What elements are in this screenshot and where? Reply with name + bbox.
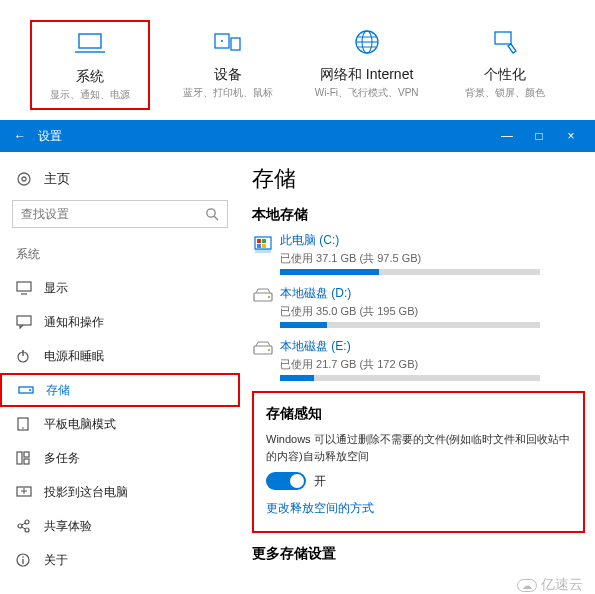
nav-label: 共享体验 — [38, 518, 92, 535]
svg-rect-41 — [262, 244, 266, 248]
sidebar-section-label: 系统 — [0, 242, 240, 267]
svg-point-21 — [29, 389, 31, 391]
search-input[interactable] — [12, 200, 228, 228]
drive-name: 此电脑 (C:) — [280, 232, 585, 249]
sidebar-item-storage[interactable]: 存储 — [0, 373, 240, 407]
window-titlebar: ← 设置 — □ × — [0, 120, 595, 152]
svg-point-45 — [268, 349, 270, 351]
sidebar-home[interactable]: 主页 — [0, 166, 240, 192]
drive-icon — [252, 232, 280, 275]
search-icon — [205, 207, 219, 221]
toggle-label: 开 — [314, 473, 326, 490]
sidebar: 主页 系统 显示 通知和操作 电源和睡眠 存储 平板电脑模式 — [0, 152, 240, 594]
devices-icon — [212, 26, 244, 58]
close-button[interactable]: × — [555, 129, 587, 143]
sidebar-item-notifications[interactable]: 通知和操作 — [0, 305, 240, 339]
category-sub: 蓝牙、打印机、鼠标 — [183, 86, 273, 100]
power-icon — [16, 349, 38, 363]
settings-categories: 系统 显示、通知、电源 设备 蓝牙、打印机、鼠标 网络和 Internet Wi… — [0, 0, 595, 120]
back-button[interactable]: ← — [8, 129, 32, 143]
nav-label: 投影到这台电脑 — [38, 484, 128, 501]
svg-rect-24 — [17, 452, 22, 464]
svg-point-34 — [22, 556, 24, 558]
globe-icon — [351, 26, 383, 58]
info-icon — [16, 553, 38, 567]
sidebar-item-projecting[interactable]: 投影到这台电脑 — [0, 475, 240, 509]
local-storage-heading: 本地存储 — [252, 206, 585, 224]
drive-usage: 已使用 35.0 GB (共 195 GB) — [280, 304, 585, 319]
storage-sense-desc: Windows 可以通过删除不需要的文件(例如临时文件和回收站中的内容)自动释放… — [266, 431, 571, 464]
drive-usage: 已使用 21.7 GB (共 172 GB) — [280, 357, 585, 372]
sidebar-item-multitask[interactable]: 多任务 — [0, 441, 240, 475]
sidebar-item-tablet[interactable]: 平板电脑模式 — [0, 407, 240, 441]
hdd-icon — [252, 285, 280, 328]
svg-point-12 — [22, 177, 26, 181]
svg-rect-10 — [495, 32, 511, 44]
watermark-text: 亿速云 — [541, 576, 583, 594]
category-network[interactable]: 网络和 Internet Wi-Fi、飞行模式、VPN — [307, 20, 427, 110]
storage-sense-box: 存储感知 Windows 可以通过删除不需要的文件(例如临时文件和回收站中的内容… — [252, 391, 585, 533]
brush-icon — [489, 26, 521, 58]
svg-rect-38 — [257, 239, 261, 243]
category-devices[interactable]: 设备 蓝牙、打印机、鼠标 — [168, 20, 288, 110]
category-title: 网络和 Internet — [320, 66, 413, 84]
svg-point-4 — [221, 40, 223, 42]
nav-label: 显示 — [38, 280, 68, 297]
drive-row[interactable]: 本地磁盘 (D:) 已使用 35.0 GB (共 195 GB) — [252, 285, 585, 328]
minimize-button[interactable]: — — [491, 129, 523, 143]
multitask-icon — [16, 451, 38, 465]
category-title: 设备 — [214, 66, 242, 84]
storage-sense-toggle[interactable] — [266, 472, 306, 490]
drive-bar — [280, 269, 540, 275]
home-label: 主页 — [36, 170, 70, 188]
category-personalization[interactable]: 个性化 背景、锁屏、颜色 — [445, 20, 565, 110]
more-storage-heading: 更多存储设置 — [252, 545, 585, 563]
category-sub: 背景、锁屏、颜色 — [465, 86, 545, 100]
sidebar-item-display[interactable]: 显示 — [0, 271, 240, 305]
monitor-icon — [16, 281, 38, 295]
storage-sense-toggle-row: 开 — [266, 472, 571, 490]
drive-name: 本地磁盘 (D:) — [280, 285, 585, 302]
drive-bar — [280, 322, 540, 328]
category-system[interactable]: 系统 显示、通知、电源 — [30, 20, 150, 110]
nav-label: 关于 — [38, 552, 68, 569]
gear-icon — [16, 171, 36, 187]
nav-label: 平板电脑模式 — [38, 416, 116, 433]
svg-rect-40 — [257, 244, 261, 248]
sidebar-item-shared[interactable]: 共享体验 — [0, 509, 240, 543]
drive-usage: 已使用 37.1 GB (共 97.5 GB) — [280, 251, 585, 266]
svg-rect-26 — [24, 459, 29, 464]
sidebar-item-about[interactable]: 关于 — [0, 543, 240, 577]
nav-label: 电源和睡眠 — [38, 348, 104, 365]
tablet-icon — [16, 417, 38, 431]
drive-bar — [280, 375, 540, 381]
project-icon — [16, 486, 38, 498]
category-title: 系统 — [76, 68, 104, 86]
svg-rect-0 — [79, 34, 101, 48]
change-free-space-link[interactable]: 更改释放空间的方式 — [266, 500, 571, 517]
search-field[interactable] — [21, 207, 205, 221]
svg-rect-3 — [231, 38, 240, 50]
chat-icon — [16, 315, 38, 329]
svg-rect-39 — [262, 239, 266, 243]
share-icon — [16, 519, 38, 533]
svg-line-14 — [214, 216, 218, 220]
svg-rect-25 — [24, 452, 29, 457]
svg-point-13 — [207, 209, 215, 217]
svg-rect-15 — [17, 282, 31, 291]
svg-rect-17 — [17, 316, 31, 325]
drive-info: 本地磁盘 (D:) 已使用 35.0 GB (共 195 GB) — [280, 285, 585, 328]
main-split: 主页 系统 显示 通知和操作 电源和睡眠 存储 平板电脑模式 — [0, 152, 595, 594]
svg-point-11 — [18, 173, 30, 185]
drive-row[interactable]: 本地磁盘 (E:) 已使用 21.7 GB (共 172 GB) — [252, 338, 585, 381]
maximize-button[interactable]: □ — [523, 129, 555, 143]
category-sub: Wi-Fi、飞行模式、VPN — [315, 86, 419, 100]
watermark: ☁ 亿速云 — [517, 576, 583, 594]
nav-label: 多任务 — [38, 450, 80, 467]
nav-label: 通知和操作 — [38, 314, 104, 331]
svg-rect-37 — [255, 249, 271, 253]
sidebar-item-power[interactable]: 电源和睡眠 — [0, 339, 240, 373]
svg-point-23 — [22, 427, 24, 429]
drive-row[interactable]: 此电脑 (C:) 已使用 37.1 GB (共 97.5 GB) — [252, 232, 585, 275]
hdd-icon — [252, 338, 280, 381]
